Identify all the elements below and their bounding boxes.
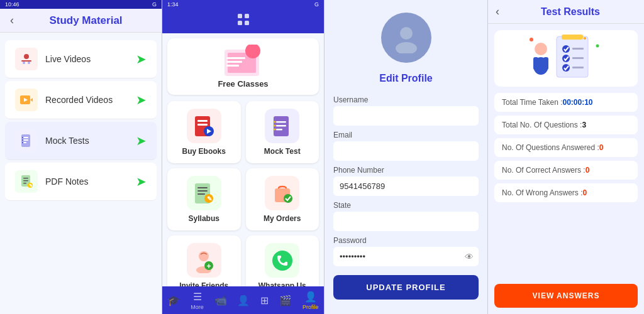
correct-answers-value: 0 <box>586 166 590 175</box>
recorded-videos-arrow: ➤ <box>136 92 147 107</box>
eye-icon[interactable]: 👁 <box>465 252 474 262</box>
grid-item-syllabus[interactable]: ✎ Syllabus <box>167 168 241 230</box>
nav-profile-end-icon: 👤 <box>304 291 317 303</box>
back-button-p4[interactable]: ‹ <box>496 5 499 18</box>
svg-rect-28 <box>226 61 242 63</box>
username-label: Username <box>333 95 479 104</box>
svg-rect-9 <box>23 139 28 141</box>
nav-videos2[interactable]: 🎬 <box>279 295 292 306</box>
svg-rect-1 <box>21 60 31 62</box>
svg-rect-20 <box>238 14 242 18</box>
live-videos-icon <box>15 48 38 70</box>
password-input[interactable] <box>333 247 479 266</box>
panel4-header: ‹ Test Results <box>488 0 644 24</box>
menu-item-live-videos[interactable]: Live Videos ➤ <box>5 40 157 78</box>
questions-answered-value: 0 <box>599 143 604 152</box>
update-profile-button[interactable]: UPDATE PROFILE <box>333 275 479 300</box>
nav-video[interactable]: 📹 <box>214 295 227 306</box>
grid-item-my-orders[interactable]: My Orders <box>246 168 319 230</box>
wrong-answers-label: No. Of Wrong Answers : <box>502 188 583 197</box>
syllabus-icon: ✎ <box>187 176 221 210</box>
wrong-answers-value: 0 <box>583 188 587 197</box>
svg-point-12 <box>22 139 23 141</box>
grid-items-container: Buy Ebooks Mock Test <box>167 101 319 286</box>
buy-ebooks-icon <box>187 109 221 143</box>
nav-grid-btn[interactable]: ⊞ <box>260 295 269 306</box>
svg-rect-43 <box>197 187 208 188</box>
my-orders-icon <box>265 176 299 210</box>
svg-point-60 <box>562 55 570 62</box>
grid-item-buy-ebooks[interactable]: Buy Ebooks <box>167 101 241 163</box>
edit-profile-title: Edit Profile <box>325 69 487 90</box>
live-videos-label: Live Videos <box>45 54 136 64</box>
svg-rect-58 <box>562 35 583 40</box>
svg-rect-29 <box>226 65 239 67</box>
menu-item-pdf-notes[interactable]: ✎ PDF Notes ➤ <box>5 163 157 201</box>
nav-profile-mid[interactable]: 👤 <box>237 295 250 306</box>
svg-rect-22 <box>238 21 242 25</box>
svg-point-69 <box>530 38 533 41</box>
free-classes-label: Free Classes <box>218 79 268 89</box>
whatsapp-us-label: Whatsapp Us <box>258 281 306 286</box>
mock-tests-arrow: ➤ <box>136 133 147 148</box>
grid-item-whatsapp-us[interactable]: Whatsapp Us <box>246 236 319 286</box>
nav-more[interactable]: ☰ More <box>191 291 204 310</box>
pdf-notes-arrow: ➤ <box>136 174 147 189</box>
buy-ebooks-label: Buy Ebooks <box>182 147 226 156</box>
pdf-notes-icon: ✎ <box>15 170 38 193</box>
back-button-p1[interactable]: ‹ <box>10 14 14 27</box>
svg-point-49 <box>284 194 292 203</box>
results-content: Total Time Taken : 00:00:10 Total No. Of… <box>488 93 644 280</box>
state-input[interactable] <box>333 212 479 231</box>
svg-rect-36 <box>276 121 286 123</box>
svg-point-61 <box>562 64 570 72</box>
invite-friends-label: Invite Friends <box>179 281 228 286</box>
result-row-time: Total Time Taken : 00:00:10 <box>494 93 638 112</box>
status-time-p2: 1:34 <box>167 1 179 8</box>
avatar <box>381 13 431 63</box>
svg-rect-45 <box>197 193 205 195</box>
grid-item-mock-test[interactable]: Mock Test <box>246 101 319 163</box>
nav-profile-mid-icon: 👤 <box>237 295 250 306</box>
svg-rect-15 <box>23 178 28 179</box>
nav-home[interactable]: 🎓 <box>167 295 180 306</box>
svg-point-55 <box>400 27 413 40</box>
total-questions-label: Total No. Of Questions : <box>502 121 582 129</box>
grid-menu-panel: 1:34 G Free Classes <box>162 0 325 314</box>
phone-input[interactable] <box>333 176 479 196</box>
svg-rect-8 <box>23 137 28 138</box>
nav-profile-end[interactable]: 👤 Profile <box>303 291 319 310</box>
whatsapp-us-icon <box>265 243 299 278</box>
profile-form: Username Email Phone Number State Passwo… <box>325 90 487 306</box>
svg-rect-16 <box>23 180 28 181</box>
total-time-value: 00:00:10 <box>563 98 593 107</box>
invite-friends-icon: + <box>187 243 221 278</box>
panel1-header: ‹ Study Material <box>0 9 162 33</box>
svg-rect-37 <box>276 125 286 127</box>
svg-point-54 <box>272 251 292 271</box>
email-input[interactable] <box>333 141 479 161</box>
view-answers-button[interactable]: VIEW ANSWERS <box>494 284 638 308</box>
avatar-section <box>325 0 487 69</box>
nav-more-icon: ☰ <box>193 291 202 303</box>
test-results-title: Test Results <box>504 6 636 18</box>
total-questions-value: 3 <box>582 121 586 129</box>
menu-item-recorded-videos[interactable]: Recorded Videos ➤ <box>5 81 157 119</box>
nav-profile-end-label: Profile <box>303 304 319 310</box>
username-input[interactable] <box>333 106 479 126</box>
study-material-panel: 10:46 G ‹ Study Material Live Videos ➤ <box>0 0 162 314</box>
svg-text:✎: ✎ <box>207 195 212 202</box>
mock-tests-icon <box>15 129 38 152</box>
free-classes-banner[interactable]: Free Classes <box>167 38 319 95</box>
grid-item-invite-friends[interactable]: + Invite Friends <box>167 236 241 286</box>
mock-tests-label: Mock Tests <box>45 136 136 146</box>
result-row-wrong: No. Of Wrong Answers : 0 <box>494 183 638 202</box>
menu-item-mock-tests[interactable]: Mock Tests ➤ <box>5 122 157 160</box>
panel2-content: Free Classes Buy Ebooks <box>162 33 324 286</box>
result-row-answered: No. Of Questions Answered : 0 <box>494 138 638 157</box>
edit-profile-panel: Edit Profile Username Email Phone Number… <box>325 0 488 314</box>
questions-answered-label: No. Of Questions Answered : <box>502 143 599 152</box>
correct-answers-label: No. Of Correct Answers : <box>502 166 586 175</box>
svg-rect-21 <box>245 14 249 18</box>
svg-point-65 <box>535 43 547 55</box>
